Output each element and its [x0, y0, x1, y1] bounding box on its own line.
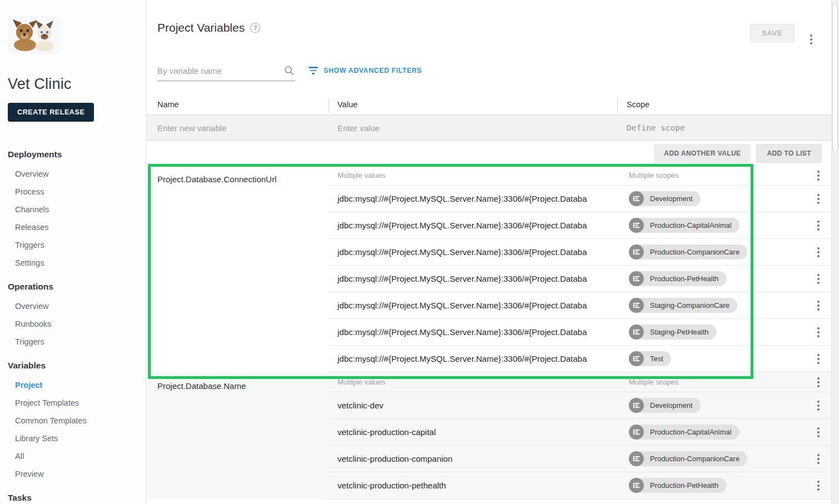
- help-icon[interactable]: ?: [250, 23, 260, 33]
- sidebar-item-library-sets[interactable]: Library Sets: [0, 430, 146, 447]
- scrollbar-track[interactable]: [831, 0, 839, 504]
- column-header-value: Value: [337, 100, 358, 109]
- page-header: Project Variables ?: [157, 21, 260, 34]
- add-another-value-button[interactable]: ADD ANOTHER VALUE: [654, 144, 751, 163]
- show-advanced-filters-label: SHOW ADVANCED FILTERS: [324, 67, 422, 74]
- variable-scope-cell: Production-CompanionCare: [617, 244, 806, 260]
- scope-chip[interactable]: Production-CompanionCare: [629, 451, 747, 466]
- variable-value[interactable]: jdbc:mysql://#{Project.MySQL.Server.Name…: [329, 327, 617, 337]
- scope-chip[interactable]: Production-CapitalAnimal: [629, 218, 739, 233]
- scope-chip-label: Staging-CompanionCare: [650, 301, 729, 310]
- environment-icon: [629, 218, 644, 233]
- sidebar-item-triggers[interactable]: Triggers: [0, 333, 146, 351]
- variable-name[interactable]: Project.Database.ConnectionUrl: [146, 166, 329, 372]
- variable-value[interactable]: vetclinic-production-pethealth: [329, 481, 617, 490]
- scope-chip-label: Production-PetHealth: [650, 275, 719, 283]
- scope-chip[interactable]: Production-PetHealth: [629, 478, 727, 493]
- search-input[interactable]: [157, 61, 280, 80]
- environment-icon: [629, 425, 644, 440]
- row-overflow-icon[interactable]: [806, 377, 831, 387]
- variable-value[interactable]: jdbc:mysql://#{Project.MySQL.Server.Name…: [329, 274, 617, 283]
- create-release-button[interactable]: CREATE RELEASE: [8, 103, 94, 122]
- row-overflow-icon[interactable]: [806, 247, 831, 257]
- variable-value-row: jdbc:mysql://#{Project.MySQL.Server.Name…: [329, 212, 831, 239]
- variable-scope-cell: Production-CapitalAnimal: [617, 425, 806, 440]
- variable-value[interactable]: jdbc:mysql://#{Project.MySQL.Server.Name…: [329, 354, 617, 363]
- variable-value[interactable]: jdbc:mysql://#{Project.MySQL.Server.Name…: [329, 221, 617, 230]
- save-button[interactable]: SAVE: [750, 24, 795, 42]
- scope-chip[interactable]: Staging-PetHealth: [629, 325, 717, 340]
- row-overflow-icon[interactable]: [806, 354, 831, 364]
- row-overflow-icon[interactable]: [806, 221, 831, 231]
- variable-value-row: vetclinic-production-companion Productio…: [329, 446, 831, 472]
- scope-chip-label: Development: [650, 401, 693, 410]
- new-variable-actions: ADD ANOTHER VALUE ADD TO LIST: [146, 141, 831, 166]
- variable-value[interactable]: vetclinic-dev: [329, 401, 617, 410]
- new-variable-name-input[interactable]: [157, 121, 319, 135]
- row-overflow-icon[interactable]: [806, 481, 831, 491]
- environment-icon: [629, 271, 644, 286]
- row-overflow-icon[interactable]: [806, 274, 831, 284]
- sidebar-item-project-templates[interactable]: Project Templates: [0, 394, 146, 412]
- variable-value[interactable]: jdbc:mysql://#{Project.MySQL.Server.Name…: [329, 301, 617, 310]
- row-overflow-icon[interactable]: [806, 171, 831, 181]
- scope-chip[interactable]: Test: [629, 351, 671, 366]
- row-overflow-icon[interactable]: [806, 454, 831, 464]
- sidebar-item-all[interactable]: All: [0, 447, 146, 465]
- environment-icon: [629, 478, 644, 493]
- scope-chip[interactable]: Production-PetHealth: [629, 271, 727, 286]
- show-advanced-filters-button[interactable]: SHOW ADVANCED FILTERS: [309, 67, 422, 74]
- variable-value[interactable]: vetclinic-production-capital: [329, 427, 617, 437]
- scope-chip-label: Production-CompanionCare: [650, 455, 739, 463]
- scope-chip[interactable]: Production-CapitalAnimal: [629, 425, 739, 440]
- sidebar-item-process[interactable]: Process: [0, 183, 146, 201]
- sidebar-item-overview[interactable]: Overview: [0, 165, 146, 183]
- sidebar-item-overview[interactable]: Overview: [0, 297, 146, 315]
- variable-search: [157, 61, 295, 81]
- variable-scope-cell: Development: [617, 191, 806, 206]
- scope-chip[interactable]: Staging-CompanionCare: [629, 298, 737, 313]
- environment-icon: [629, 325, 644, 340]
- variable-value[interactable]: vetclinic-production-companion: [329, 454, 617, 463]
- row-overflow-icon[interactable]: [806, 327, 831, 337]
- group-subheader-row: Multiple values Multiple scopes: [329, 166, 831, 186]
- new-variable-value-input[interactable]: [337, 121, 593, 135]
- scope-chip-label: Test: [650, 355, 663, 363]
- row-overflow-icon[interactable]: [806, 194, 831, 204]
- page-title: Project Variables: [157, 21, 245, 34]
- sidebar-item-project[interactable]: Project: [0, 376, 146, 394]
- overflow-menu-icon[interactable]: [808, 27, 815, 47]
- sidebar-item-releases[interactable]: Releases: [0, 218, 146, 236]
- environment-icon: [629, 351, 644, 366]
- row-overflow-icon[interactable]: [806, 301, 831, 311]
- sidebar-item-settings[interactable]: Settings: [0, 254, 146, 272]
- variable-value-row: vetclinic-production-capital Production-…: [329, 419, 831, 446]
- row-overflow-icon[interactable]: [806, 427, 831, 437]
- multiple-values-label: Multiple values: [329, 378, 617, 386]
- sidebar-item-common-templates[interactable]: Common Templates: [0, 412, 146, 430]
- sidebar-item-channels[interactable]: Channels: [0, 201, 146, 218]
- scrollbar-thumb[interactable]: [832, 3, 838, 152]
- scope-chip-label: Production-CompanionCare: [650, 248, 739, 256]
- scope-chip[interactable]: Production-CompanionCare: [629, 244, 747, 260]
- variable-scope-cell: Production-PetHealth: [617, 271, 806, 286]
- add-to-list-button[interactable]: ADD TO LIST: [756, 144, 822, 163]
- variable-name[interactable]: Project.Database.Name: [146, 372, 329, 499]
- variable-scope-cell: Production-PetHealth: [617, 478, 806, 493]
- scope-chip[interactable]: Development: [629, 398, 701, 413]
- sidebar-nav: Deployments Overview Process Channels Re…: [0, 144, 146, 504]
- sidebar-item-preview[interactable]: Preview: [0, 465, 146, 483]
- sidebar-item-triggers[interactable]: Triggers: [0, 236, 146, 254]
- sidebar-item-runbooks[interactable]: Runbooks: [0, 315, 146, 333]
- new-variable-row: [146, 114, 831, 141]
- scope-chip[interactable]: Development: [629, 191, 701, 206]
- filter-icon: [309, 67, 318, 74]
- group-subheader-row: Multiple values Multiple scopes: [329, 372, 831, 392]
- variable-value[interactable]: jdbc:mysql://#{Project.MySQL.Server.Name…: [329, 247, 617, 257]
- variable-scope-cell: Staging-PetHealth: [617, 325, 806, 340]
- variable-value[interactable]: jdbc:mysql://#{Project.MySQL.Server.Name…: [329, 194, 617, 203]
- column-divider: [617, 98, 618, 113]
- variable-value-row: jdbc:mysql://#{Project.MySQL.Server.Name…: [329, 239, 831, 266]
- new-variable-scope-input[interactable]: [627, 121, 782, 135]
- row-overflow-icon[interactable]: [806, 401, 831, 411]
